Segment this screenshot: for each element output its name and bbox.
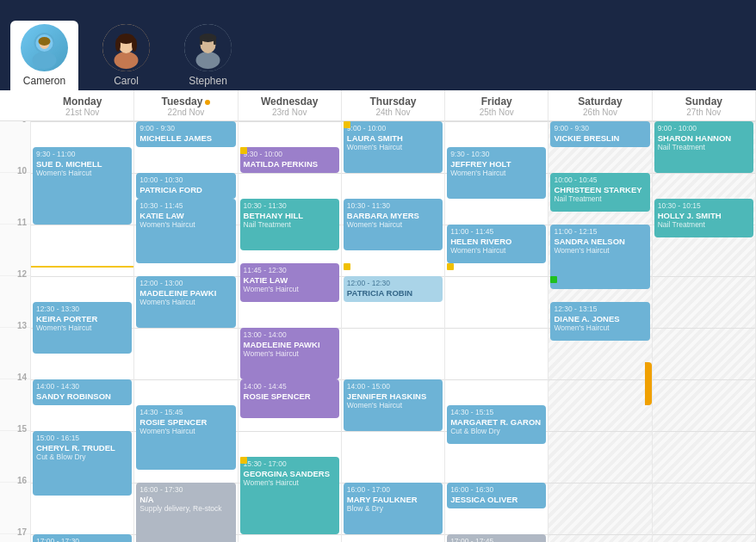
- time-slot-16: 16: [0, 483, 30, 534]
- appt-helen-rivero[interactable]: 11:00 - 11:45 HELEN RIVERO Women's Hairc…: [447, 225, 546, 263]
- day-header-tuesday: Tuesday 22nd Nov: [134, 90, 238, 120]
- green-marker-sat: [550, 276, 557, 283]
- time-column: 9 10 11 12 13 14 15 16 17: [0, 121, 31, 542]
- appt-katie-law-tue[interactable]: 10:30 - 11:45 KATIE LAW Women's Haircut: [136, 199, 235, 263]
- yellow-marker-wed: [240, 147, 247, 154]
- yellow-marker-wed2: [240, 457, 247, 464]
- appt-cheryl-trudel[interactable]: 15:00 - 16:15 CHERYL R. TRUDEL Cut & Blo…: [33, 431, 132, 496]
- appt-jessica-oliver[interactable]: 16:00 - 16:30 JESSICA OLIVER: [447, 483, 546, 508]
- day-col-monday[interactable]: 9:30 - 11:00 SUE D. MICHELL Women's Hair…: [31, 121, 134, 542]
- staff-name-carol: Carol: [114, 75, 139, 87]
- appt-patricia-ford[interactable]: 10:00 - 10:30 PATRICIA FORD: [136, 173, 235, 199]
- appt-na-tue[interactable]: 16:00 - 17:30 N/A Supply delivery, Re-st…: [136, 483, 235, 542]
- appt-michelle-james[interactable]: 9:00 - 9:30 MICHELLE JAMES: [136, 121, 235, 147]
- staff-item-carol[interactable]: Carol: [92, 24, 160, 90]
- day-col-saturday[interactable]: 9:00 - 9:30 VICKIE BRESLIN 10:00 - 10:45…: [548, 121, 652, 542]
- appt-jennifer-haskins[interactable]: 14:00 - 15:00 JENNIFER HASKINS Women's H…: [344, 379, 443, 431]
- appt-patricia-robin[interactable]: 12:00 - 12:30 PATRICIA ROBIN: [344, 276, 443, 302]
- time-slot-14: 14: [0, 379, 30, 431]
- appt-holly-smith[interactable]: 10:30 - 10:15 HOLLY J. SMITH Nail Treatm…: [654, 199, 753, 237]
- svg-point-6: [115, 52, 139, 69]
- time-slot-9: 9: [0, 121, 30, 173]
- appt-sharon-hannon[interactable]: 9:00 - 10:00 SHARON HANNON Nail Treatmen…: [654, 121, 753, 173]
- day-header-wednesday: Wednesday 23rd Nov: [239, 90, 342, 120]
- appt-jeffrey-holt[interactable]: 9:30 - 10:30 JEFFREY HOLT Women's Haircu…: [447, 147, 546, 199]
- app-container: Cameron Carol: [0, 0, 756, 542]
- day-col-wednesday[interactable]: 9:30 - 10:00 MATILDA PERKINS 10:30 - 11:…: [239, 121, 342, 542]
- time-slot-12: 12: [0, 276, 30, 328]
- svg-point-3: [39, 37, 51, 46]
- calendar: Monday 21st Nov Tuesday 22nd Nov Wednesd…: [0, 90, 756, 542]
- staff-bar: Cameron Carol: [0, 0, 756, 90]
- day-header-monday: Monday 21st Nov: [31, 90, 134, 120]
- yellow-marker-fri: [447, 263, 454, 270]
- current-time-line: [31, 266, 133, 268]
- time-slot-17: 17: [0, 534, 30, 542]
- appt-sandra-nelson[interactable]: 11:00 - 12:15 SANDRA NELSON Women's Hair…: [550, 225, 649, 289]
- appt-erin-simmons[interactable]: 17:00 - 17:30 ERIN SIMMONS: [33, 534, 132, 542]
- avatar-stephen: [184, 24, 232, 71]
- appt-keira-porter[interactable]: 12:30 - 13:30 KEIRA PORTER Women's Hairc…: [33, 302, 132, 354]
- calendar-body[interactable]: 9 10 11 12 13 14 15 16 17: [0, 121, 756, 542]
- appt-georgina-sanders[interactable]: 15:30 - 17:00 GEORGINA SANDERS Women's H…: [240, 457, 339, 534]
- appt-bethany-hill[interactable]: 10:30 - 11:30 BETHANY HILL Nail Treatmen…: [240, 199, 339, 250]
- day-col-thursday[interactable]: 9:00 - 10:00 LAURA SMITH Women's Haircut…: [342, 121, 445, 542]
- appt-diane-jones[interactable]: 12:30 - 13:15 DIANE A. JONES Women's Hai…: [550, 302, 649, 341]
- appt-rosie-spencer-wed[interactable]: 14:00 - 14:45 ROSIE SPENCER: [240, 379, 339, 418]
- appt-rosie-spencer-tue[interactable]: 14:30 - 15:45 ROSIE SPENCER Women's Hair…: [136, 405, 235, 470]
- staff-name-stephen: Stephen: [189, 75, 227, 87]
- day-header-thursday: Thursday 24th Nov: [342, 90, 445, 120]
- day-header-friday: Friday 25th Nov: [445, 90, 548, 120]
- appt-christeen-starkey[interactable]: 10:00 - 10:45 CHRISTEEN STARKEY Nail Tre…: [550, 173, 649, 212]
- avatar-cameron: [21, 24, 68, 71]
- appt-sue-michell[interactable]: 9:30 - 11:00 SUE D. MICHELL Women's Hair…: [33, 147, 132, 225]
- yellow-marker-thu: [344, 121, 350, 128]
- svg-point-12: [196, 52, 220, 69]
- day-header-saturday: Saturday 26th Nov: [548, 90, 652, 120]
- appt-margaret-garon[interactable]: 14:30 - 15:15 MARGARET R. GARON Cut & Bl…: [447, 405, 546, 444]
- svg-point-4: [33, 52, 57, 69]
- svg-point-9: [115, 38, 121, 52]
- time-slot-15: 15: [0, 431, 30, 483]
- appt-laura-smith[interactable]: 9:00 - 10:00 LAURA SMITH Women's Haircut: [344, 121, 443, 173]
- time-slot-13: 13: [0, 328, 30, 379]
- appt-sandy-robinson[interactable]: 14:00 - 14:30 SANDY ROBINSON: [33, 379, 132, 405]
- svg-rect-15: [200, 37, 202, 45]
- time-slot-10: 10: [0, 173, 30, 225]
- appt-katie-law-wed[interactable]: 11:45 - 12:30 KATIE LAW Women's Haircut: [240, 263, 339, 302]
- appt-barbara-myers[interactable]: 10:30 - 11:30 BARBARA MYERS Women's Hair…: [344, 199, 443, 250]
- staff-name-cameron: Cameron: [23, 75, 65, 87]
- staff-item-stephen[interactable]: Stephen: [174, 24, 242, 90]
- day-header-sunday: Sunday 27th Nov: [653, 90, 756, 120]
- orange-sidebar: [645, 362, 652, 405]
- time-slot-11: 11: [0, 225, 30, 276]
- day-col-friday[interactable]: 9:30 - 10:30 JEFFREY HOLT Women's Haircu…: [445, 121, 548, 542]
- staff-item-cameron[interactable]: Cameron: [10, 21, 78, 90]
- yellow-marker-thu2: [344, 263, 350, 270]
- appt-madeleine-pawki-wed[interactable]: 13:00 - 14:00 MADELEINE PAWKI Women's Ha…: [240, 328, 339, 379]
- appt-madeleine-pawki-tue[interactable]: 12:00 - 13:00 MADELEINE PAWKI Women's Ha…: [136, 276, 235, 328]
- appt-mary-faulkner[interactable]: 16:00 - 17:00 MARY FAULKNER Blow & Dry: [344, 483, 443, 534]
- day-col-sunday[interactable]: 9:00 - 10:00 SHARON HANNON Nail Treatmen…: [653, 121, 756, 542]
- calendar-header: Monday 21st Nov Tuesday 22nd Nov Wednesd…: [0, 90, 756, 121]
- appt-vickie-breslin[interactable]: 9:00 - 9:30 VICKIE BRESLIN: [550, 121, 649, 147]
- svg-rect-16: [214, 37, 216, 45]
- avatar-carol: [102, 24, 150, 71]
- appt-na-fri[interactable]: 17:00 - 17:45 N/A Supply delivery, Re-st…: [447, 534, 546, 542]
- svg-point-10: [132, 38, 137, 52]
- day-col-tuesday[interactable]: 9:00 - 9:30 MICHELLE JAMES 10:00 - 10:30…: [134, 121, 238, 542]
- appt-matilda-perkins[interactable]: 9:30 - 10:00 MATILDA PERKINS: [240, 147, 339, 173]
